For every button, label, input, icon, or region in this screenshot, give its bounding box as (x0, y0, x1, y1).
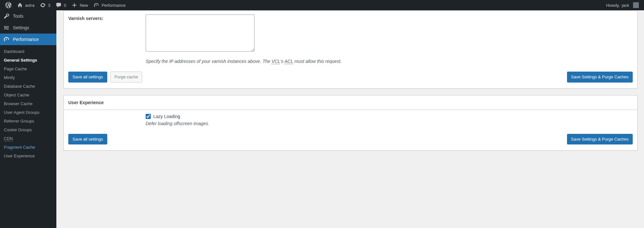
sidebar-item-label: Performance (13, 37, 39, 42)
save-settings-purge-caches-button[interactable]: Save Settings & Purge Caches (567, 134, 633, 145)
sidebar-item-performance[interactable]: Performance (0, 34, 56, 45)
save-settings-purge-caches-button[interactable]: Save Settings & Purge Caches (567, 72, 633, 83)
performance-toolbar-label: Performance (101, 3, 125, 8)
wp-logo[interactable] (3, 0, 14, 10)
submenu-object-cache[interactable]: Object Cache (0, 91, 56, 99)
gauge-icon (3, 36, 10, 43)
performance-submenu: Dashboard General Settings Page Cache Mi… (0, 45, 56, 162)
submenu-user-experience[interactable]: User Experience (0, 152, 56, 160)
new-content-link[interactable]: New (69, 0, 91, 10)
save-all-settings-button[interactable]: Save all settings (68, 72, 107, 83)
howdy-prefix: Howdy, (606, 3, 620, 8)
sidebar-item-tools[interactable]: Tools (0, 10, 56, 22)
submenu-referrer-groups[interactable]: Referrer Groups (0, 117, 56, 125)
lazy-loading-label: Lazy Loading (153, 114, 180, 119)
avatar (633, 2, 639, 8)
acl-abbr: ACL (284, 59, 293, 64)
admin-sidebar: Tools Settings Performance Dashboard Gen… (0, 10, 56, 164)
home-icon (17, 2, 23, 8)
submenu-minify[interactable]: Minify (0, 73, 56, 82)
comments-icon (55, 2, 62, 8)
sidebar-item-label: Tools (13, 14, 24, 19)
howdy-username: jack (622, 3, 629, 8)
site-name-link[interactable]: astra (14, 0, 37, 10)
admin-toolbar: astra 3 0 New Performance (0, 0, 644, 10)
purge-cache-button[interactable]: Purge cache (110, 72, 142, 83)
submenu-general-settings[interactable]: General Settings (0, 56, 56, 64)
plus-icon (71, 2, 78, 8)
gauge-icon (93, 2, 100, 8)
varnish-section: Varnish servers: Specify the IP addresse… (63, 10, 638, 89)
varnish-servers-label: Varnish servers: (68, 15, 146, 21)
my-account-link[interactable]: Howdy, jack (603, 0, 641, 10)
varnish-description: Specify the IP addresses of your varnish… (146, 59, 633, 64)
performance-toolbar-link[interactable]: Performance (91, 0, 128, 10)
site-name-text: astra (25, 3, 34, 8)
varnish-servers-textarea[interactable] (146, 15, 255, 52)
user-experience-section: User Experience Lazy Loading Defer loadi… (63, 95, 638, 151)
submenu-database-cache[interactable]: Database Cache (0, 82, 56, 91)
submenu-user-agent-groups[interactable]: User Agent Groups (0, 108, 56, 117)
submenu-page-cache[interactable]: Page Cache (0, 64, 56, 73)
submenu-dashboard[interactable]: Dashboard (0, 47, 56, 56)
sliders-icon (3, 25, 10, 31)
save-all-settings-button[interactable]: Save all settings (68, 134, 107, 145)
vcl-abbr: VCL (272, 59, 280, 64)
content-wrap: Varnish servers: Specify the IP addresse… (56, 0, 644, 164)
submenu-browser-cache[interactable]: Browser Cache (0, 99, 56, 108)
lazy-loading-description: Defer loading offscreen images. (146, 121, 633, 126)
comments-count: 0 (64, 3, 66, 8)
comments-link[interactable]: 0 (53, 0, 69, 10)
submenu-cookie-groups[interactable]: Cookie Groups (0, 125, 56, 134)
submenu-cdn[interactable]: CDN (0, 134, 56, 143)
user-experience-title: User Experience (64, 95, 637, 110)
lazy-loading-checkbox[interactable] (146, 114, 151, 119)
varnish-submit-row: Save all settings Purge cache Save Setti… (68, 72, 633, 83)
wordpress-icon (5, 2, 12, 8)
updates-count: 3 (48, 3, 50, 8)
content-body: Varnish servers: Specify the IP addresse… (56, 10, 644, 164)
toolbar-right: Howdy, jack (603, 0, 641, 10)
updates-icon (40, 2, 46, 8)
toolbar-left: astra 3 0 New Performance (3, 0, 128, 10)
new-label: New (80, 3, 88, 8)
lazy-loading-row[interactable]: Lazy Loading (146, 114, 633, 119)
sidebar-item-settings[interactable]: Settings (0, 22, 56, 34)
ux-submit-row: Save all settings Save Settings & Purge … (68, 134, 633, 145)
sidebar-item-label: Settings (13, 25, 29, 30)
updates-link[interactable]: 3 (37, 0, 53, 10)
submenu-fragment-cache[interactable]: Fragment Cache (0, 143, 56, 152)
wrench-icon (3, 13, 10, 19)
